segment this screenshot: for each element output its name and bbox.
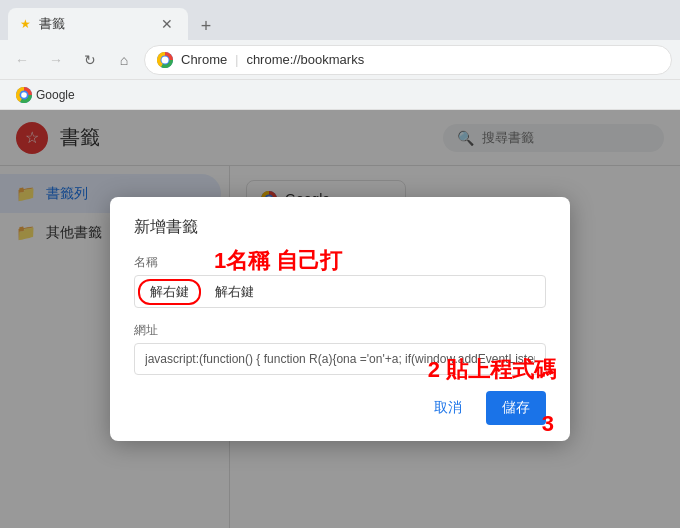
home-button[interactable]: ⌂ (110, 46, 138, 74)
browser-frame: ★ 書籤 ✕ + ← → ↻ ⌂ Chrome | chrome://bookm… (0, 0, 680, 528)
active-tab[interactable]: ★ 書籤 ✕ (8, 8, 188, 40)
bookmarks-bar-google-label: Google (36, 88, 75, 102)
url-label: 網址 (134, 322, 546, 339)
dialog-title: 新增書籤 (134, 217, 546, 238)
name-form-group: 名稱 解右鍵 1名稱 自己打 (134, 254, 546, 308)
tab-bar: ★ 書籤 ✕ + (0, 0, 680, 40)
modal-overlay: 新增書籤 名稱 解右鍵 1名稱 自己打 網址 2 貼上程式碼 (0, 110, 680, 528)
new-tab-button[interactable]: + (192, 12, 220, 40)
bookmarks-bar-google[interactable]: Google (8, 85, 83, 105)
address-separator: | (235, 53, 238, 67)
tab-close-button[interactable]: ✕ (158, 15, 176, 33)
back-button[interactable]: ← (8, 46, 36, 74)
refresh-button[interactable]: ↻ (76, 46, 104, 74)
page-content: ☆ 書籤 🔍 📁 書籤列 📁 其他書籤 (0, 110, 680, 528)
bookmarks-bar: Google (0, 80, 680, 110)
tab-favicon-icon: ★ (20, 17, 31, 31)
address-site-label: Chrome (181, 52, 227, 67)
annotation-3-text: 3 (542, 411, 554, 437)
annotation-1-text: 1名稱 自己打 (214, 246, 342, 276)
svg-point-4 (21, 92, 27, 98)
url-form-group: 網址 2 貼上程式碼 (134, 322, 546, 375)
name-input-wrapper: 解右鍵 (134, 275, 546, 308)
save-button[interactable]: 儲存 (486, 391, 546, 425)
add-bookmark-dialog: 新增書籤 名稱 解右鍵 1名稱 自己打 網址 2 貼上程式碼 (110, 197, 570, 441)
toolbar: ← → ↻ ⌂ Chrome | chrome://bookmarks (0, 40, 680, 80)
cancel-button[interactable]: 取消 (418, 391, 478, 425)
annotation-2-text: 2 貼上程式碼 (428, 355, 556, 385)
svg-point-2 (162, 57, 168, 63)
address-url: chrome://bookmarks (246, 52, 364, 67)
name-field-highlighted-value: 解右鍵 (138, 279, 201, 305)
google-favicon-icon (16, 87, 32, 103)
forward-button[interactable]: → (42, 46, 70, 74)
dialog-actions: 取消 儲存 3 (134, 391, 546, 425)
chrome-icon (157, 52, 173, 68)
tab-title: 書籤 (39, 15, 150, 33)
address-bar[interactable]: Chrome | chrome://bookmarks (144, 45, 672, 75)
